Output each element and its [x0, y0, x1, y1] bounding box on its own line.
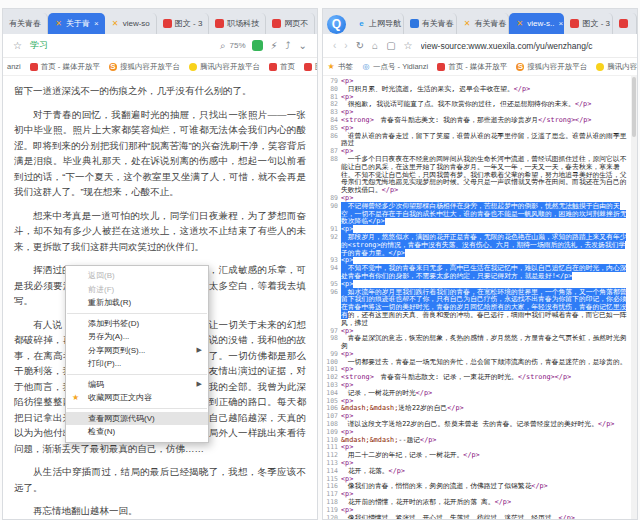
code-text: <p> — [341, 397, 353, 405]
code-text: 青春奋斗励志散文: 记录，一束花开的时光。 — [374, 373, 518, 381]
tab-label: 有关青春 — [9, 18, 41, 29]
source-line: 90 不记得曾经多少次仰望那棵白杨相伴在身旁，苦想起梦中的倒影，恍然无法触摸于自… — [323, 203, 637, 226]
selected-text: </p> — [368, 217, 384, 225]
menu-item-add-bookmark[interactable]: 添加到书签(D) — [66, 317, 208, 331]
lightning-icon[interactable]: ⚡ — [271, 40, 278, 51]
menu-item-view-source[interactable]: 查看网页源代码(V) — [66, 412, 208, 426]
chevron-down-icon[interactable]: ⌄ — [299, 40, 307, 51]
xuexila-icon: ✕ — [463, 19, 472, 28]
browser-tab[interactable]: 职场科技 — [209, 13, 266, 34]
menu-item-label: 打印(P)... — [88, 358, 121, 369]
line-code: 如水流年的岁月里我们践行着我们的青春，在宽松环境的世界里，一个角落，又一个角落都… — [341, 289, 637, 328]
zoom-icon[interactable]: ⌕ — [220, 40, 226, 52]
selected-text: 不知不觉中，我的青春来日无多，高中已生活在我记忆中，难以自己追忆自在的时光，内心… — [341, 264, 626, 280]
bookmark-item[interactable]: S搜狐内容开放平台 — [109, 62, 180, 72]
red-app-icon — [215, 19, 224, 28]
menu-item-reload[interactable]: 重新加载(R) — [66, 296, 208, 310]
code-text: <p> — [341, 475, 353, 483]
sohu-icon: S — [516, 63, 524, 71]
bookmark-item[interactable]: 腾讯内容开放平台 — [189, 62, 260, 72]
bookmark-item[interactable]: 首页 - 媒体开放平 — [30, 62, 100, 72]
bookmark-item[interactable]: 首页 - 媒体开放平 — [437, 62, 507, 72]
share-icon[interactable]: ⤴ — [286, 40, 291, 51]
menu-item-label: 重新加载(R) — [88, 297, 131, 308]
menu-item-collect-content[interactable]: ★收藏网页正文内容 — [66, 391, 208, 405]
browser-tab[interactable]: 网页不 — [266, 13, 315, 34]
bookmark-item[interactable]: anzi — [7, 62, 21, 71]
browser-tab[interactable]: 图文 - 3 — [564, 13, 613, 34]
menu-item-print[interactable]: 打印(P)... — [66, 357, 208, 371]
red-app-icon — [269, 63, 277, 71]
menu-item-save-as[interactable]: 另存为(A)... — [66, 330, 208, 344]
browser-logo-icon[interactable]: Q — [327, 15, 346, 34]
browser-tab[interactable]: 有关青春 — [404, 13, 457, 34]
menu-item-back[interactable]: 返回(B) — [66, 269, 208, 283]
browser-tab[interactable]: ✕关于青× — [48, 13, 105, 34]
code-text: <p> — [341, 428, 353, 436]
red-app-icon — [619, 19, 628, 28]
browser-tab[interactable]: ✕view-s..× — [509, 13, 564, 34]
xuexila-icon: ✕ — [54, 19, 63, 28]
menu-item-encoding[interactable]: 编码▶ — [66, 378, 208, 392]
forward-icon[interactable]: › — [344, 40, 347, 51]
menu-item-share-page[interactable]: 分享网页到(S)...▶ — [66, 344, 208, 358]
browser-tab[interactable]: 有关青春 — [3, 13, 48, 34]
bookmark-item[interactable]: 腾讯内容开 — [596, 62, 637, 72]
menu-item-label: 添加到书签(D) — [88, 318, 139, 329]
menu-item-forward[interactable]: 前进(F) — [66, 283, 208, 297]
left-bookmarks-bar: anzi首页 - 媒体开放平S搜狐内容开放平台腾讯内容开放平台首页图 — [3, 58, 317, 76]
penguin-icon — [189, 63, 197, 71]
bookmark-item[interactable]: S搜狐内容开放平台 — [516, 62, 587, 72]
code-text: 一切都要过去，青春是一场无知的奔忙，总会留下颠沛流离的伤，青春是迷茫的，是珍贵的… — [341, 358, 626, 366]
url-text[interactable]: view-source:www.xuexila.com/yu/wenzhang/… — [421, 41, 593, 51]
reading-split-icon[interactable]: ▢ — [386, 40, 395, 51]
browser-tab[interactable]: ✕有关青春 — [457, 13, 510, 34]
reading-mode-icon[interactable] — [252, 40, 263, 51]
source-line: 120 像我们懵懂过，紧张过，开心过，失落过，彷徨过，迷茫过，经历过。</p> — [323, 515, 637, 519]
browser-tab[interactable]: e上网导航 — [351, 13, 404, 34]
selected-text: <p> — [341, 225, 353, 233]
scrollbar[interactable] — [631, 75, 637, 519]
scrollbar-thumb[interactable] — [632, 77, 636, 137]
bookmark-item[interactable]: 图 — [304, 62, 317, 72]
right-tabs: e上网导航有关青春✕有关青春✕view-s..×图文 - 3 — [351, 13, 637, 34]
source-line: 114 花开，花落。</p> — [323, 468, 637, 476]
browser-tab[interactable]: ✕view-so — [105, 13, 157, 34]
code-text: 记录，一树花开的时光 — [341, 389, 416, 397]
line-code: 花开，花落。</p> — [341, 468, 637, 476]
line-code: <strong> 青春奋斗励志散文: 记录，一束花开的时光。</strong><… — [341, 374, 637, 382]
bookmark-item[interactable]: ◎一点号 - Yidianzi — [362, 62, 428, 72]
menu-item-label: 前进(F) — [88, 284, 114, 295]
back-icon[interactable]: ‹ — [333, 40, 336, 51]
zoom-level[interactable]: 75% — [230, 41, 246, 50]
red-app-icon — [30, 63, 38, 71]
bookmark-label: 腾讯内容开 — [607, 62, 637, 72]
tab-label: 职场科技 — [227, 18, 259, 29]
code-text: </p> — [598, 420, 614, 428]
line-code: 谁曾从谁的青春走过，留下了笑靥，谁曾从谁的花季里停留，泛滥了思念。谁曾从谁的雨季… — [341, 133, 637, 149]
red-app-icon — [272, 19, 281, 28]
selected-text: </p> — [389, 249, 405, 257]
site-label[interactable]: 学习 — [30, 39, 48, 52]
line-code: 花开前的懵懂，花开时的浓郁，花开后的落 离。</p> — [341, 499, 637, 507]
tab-close-icon[interactable]: × — [558, 19, 563, 28]
browser-tab[interactable]: 图文 - 3 — [157, 13, 210, 34]
bookmark-item[interactable]: ★书签 — [327, 62, 353, 72]
line-number: 120 — [323, 515, 341, 519]
line-code: 日积月累、时光流逝, 生活的果实, 迟早会丰收在望。</p> — [341, 86, 637, 94]
source-line: 104 记录，一树花开的时光</p> — [323, 390, 637, 398]
bookmark-star-icon[interactable]: ☆ — [13, 40, 22, 51]
menu-item-inspect[interactable]: 检查(N) — [66, 425, 208, 439]
line-number: 94 — [323, 265, 341, 273]
xuexila-icon: ✕ — [111, 19, 120, 28]
desktop: 有关青春✕关于青×✕view-so图文 - 3职场科技网页不 ☆ 学习 ⌕ 75… — [0, 0, 640, 520]
home-icon[interactable]: ⌂ — [372, 40, 378, 51]
code-text: <p> — [341, 350, 353, 358]
code-text: <p> — [341, 365, 353, 373]
bookmark-item[interactable]: 首页 — [269, 62, 295, 72]
refresh-icon[interactable]: ↻ — [356, 40, 364, 51]
code-text: </p> — [463, 451, 479, 459]
browser-tab[interactable] — [613, 13, 637, 34]
favorite-star-icon[interactable]: ☆ — [404, 40, 413, 51]
tab-close-icon[interactable]: × — [94, 19, 99, 28]
